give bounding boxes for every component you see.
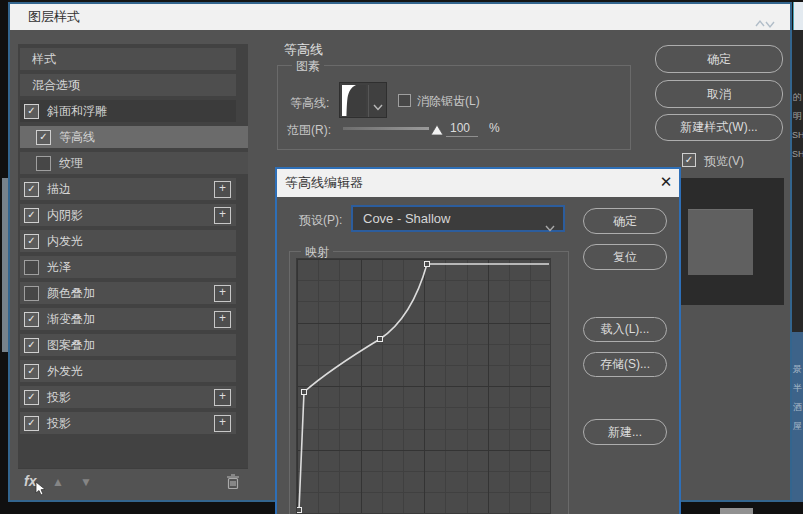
- effect-checkbox[interactable]: ✓: [24, 182, 39, 197]
- ok-button[interactable]: 确定: [655, 45, 783, 73]
- sidebar-item-label: 外发光: [47, 363, 83, 380]
- layer-style-title: 图层样式: [28, 9, 80, 24]
- range-value-underline: [446, 136, 478, 137]
- sidebar-item-label: 混合选项: [32, 77, 80, 94]
- contour-graph[interactable]: [296, 258, 551, 514]
- sidebar-item-label: 颜色叠加: [47, 285, 95, 302]
- contour-curve-path: [299, 264, 549, 510]
- editor-load-button[interactable]: 载入(L)...: [583, 317, 667, 342]
- sidebar-item[interactable]: ✓ 等高线: [20, 126, 248, 148]
- effect-checkbox[interactable]: ✓: [24, 364, 39, 379]
- desktop-right-strip-top: [793, 2, 803, 30]
- right-strip-text: 的明SHSH: [792, 88, 803, 164]
- sidebar-item[interactable]: ✓ 内阴影 +: [20, 204, 236, 226]
- effect-checkbox[interactable]: [24, 260, 39, 275]
- cancel-button[interactable]: 取消: [655, 80, 783, 108]
- combo-divider: [368, 85, 369, 117]
- sidebar-item[interactable]: 颜色叠加 +: [20, 282, 236, 304]
- sidebar-item[interactable]: 光泽: [20, 256, 236, 278]
- effect-checkbox[interactable]: ✓: [24, 312, 39, 327]
- sidebar-divider: [18, 468, 248, 469]
- contour-curve: [297, 259, 552, 514]
- sidebar-item[interactable]: ✓ 描边 +: [20, 178, 236, 200]
- effect-checkbox[interactable]: ✓: [24, 234, 39, 249]
- range-label: 范围(R):: [287, 122, 331, 139]
- effect-checkbox[interactable]: [24, 286, 39, 301]
- style-preview-thumb: [688, 209, 753, 275]
- contour-thumbnail-icon: [342, 85, 366, 120]
- sidebar-item[interactable]: 纹理: [20, 152, 248, 174]
- contour-editor-title: 等高线编辑器: [285, 175, 363, 190]
- contour-field-label: 等高线:: [290, 95, 329, 112]
- sidebar-item-label: 纹理: [59, 155, 83, 172]
- contour-picker[interactable]: [339, 82, 387, 118]
- sidebar-item-label: 内发光: [47, 233, 83, 250]
- preview-checkbox[interactable]: ✓: [682, 153, 696, 167]
- effect-checkbox[interactable]: ✓: [24, 104, 39, 119]
- close-icon[interactable]: ✕: [653, 169, 679, 195]
- delete-effect-icon[interactable]: [226, 474, 240, 494]
- fx-toolbar: fx ▲ ▼: [18, 470, 248, 496]
- resize-marks-icon: [754, 12, 776, 38]
- layer-style-titlebar[interactable]: 图层样式: [10, 4, 790, 30]
- right-strip-blue-text: 景半酒屋: [792, 360, 803, 436]
- contour-editor-titlebar[interactable]: 等高线编辑器 ✕: [277, 169, 679, 197]
- editor-save-button[interactable]: 存储(S)...: [583, 352, 667, 377]
- screen: 图层样式 样式 混合选项 ✓ 斜面和浮雕 ✓ 等高线: [0, 0, 803, 514]
- range-slider-track[interactable]: [343, 127, 429, 130]
- add-effect-button[interactable]: +: [214, 207, 231, 224]
- add-effect-button[interactable]: +: [214, 311, 231, 328]
- sidebar-item-label: 投影: [47, 389, 71, 406]
- effect-checkbox[interactable]: ✓: [24, 416, 39, 431]
- chevron-down-icon[interactable]: [373, 97, 383, 115]
- add-effect-button[interactable]: +: [214, 415, 231, 432]
- sidebar-item-label: 光泽: [47, 259, 71, 276]
- editor-reset-button[interactable]: 复位: [583, 244, 667, 270]
- bottom-right-chip: [720, 508, 753, 514]
- effect-checkbox[interactable]: ✓: [24, 208, 39, 223]
- sidebar-item-label: 斜面和浮雕: [47, 103, 107, 120]
- range-value[interactable]: 100: [450, 121, 470, 135]
- editor-ok-button[interactable]: 确定: [583, 208, 667, 234]
- preset-value: Cove - Shallow: [363, 211, 450, 226]
- sidebar-item[interactable]: ✓ 斜面和浮雕: [20, 100, 236, 122]
- preset-dropdown[interactable]: Cove - Shallow: [351, 205, 565, 232]
- effect-checkbox[interactable]: ✓: [24, 390, 39, 405]
- sidebar-item-label: 等高线: [59, 129, 95, 146]
- preset-label: 预设(P):: [299, 212, 342, 229]
- sidebar-item[interactable]: ✓ 渐变叠加 +: [20, 308, 236, 330]
- sidebar-item[interactable]: 混合选项: [20, 74, 236, 96]
- add-effect-button[interactable]: +: [214, 389, 231, 406]
- add-effect-button[interactable]: +: [214, 181, 231, 198]
- sidebar-item-label: 图案叠加: [47, 337, 95, 354]
- elements-group-label: 图素: [292, 58, 324, 75]
- sidebar-item[interactable]: ✓ 内发光: [20, 230, 236, 252]
- sidebar-item-label: 渐变叠加: [47, 311, 95, 328]
- sidebar-item[interactable]: 样式: [20, 48, 236, 70]
- antialias-label: 消除锯齿(L): [417, 93, 480, 110]
- sidebar-item[interactable]: ✓ 投影 +: [20, 412, 236, 434]
- chevron-down-icon: [545, 216, 555, 239]
- sidebar-item-label: 投影: [47, 415, 71, 432]
- mouse-cursor-icon: [35, 481, 46, 500]
- sidebar-item[interactable]: ✓ 外发光: [20, 360, 236, 382]
- new-style-button[interactable]: 新建样式(W)...: [655, 114, 783, 141]
- sidebar-item-label: 样式: [32, 51, 56, 68]
- add-effect-button[interactable]: +: [214, 285, 231, 302]
- effect-checkbox[interactable]: ✓: [24, 338, 39, 353]
- effect-checkbox[interactable]: [36, 156, 51, 171]
- range-unit: %: [489, 121, 500, 135]
- preview-label: 预览(V): [704, 153, 744, 170]
- editor-new-button[interactable]: 新建...: [583, 419, 667, 445]
- effect-checkbox[interactable]: ✓: [36, 130, 51, 145]
- sidebar-item-label: 描边: [47, 181, 71, 198]
- sidebar-item[interactable]: ✓ 图案叠加: [20, 334, 236, 356]
- move-down-icon[interactable]: ▼: [80, 475, 92, 489]
- sidebar-list: 样式 混合选项 ✓ 斜面和浮雕 ✓ 等高线 纹理 ✓ 描边: [18, 44, 248, 468]
- sidebar-item-label: 内阴影: [47, 207, 83, 224]
- antialias-checkbox[interactable]: [398, 94, 411, 107]
- move-up-icon[interactable]: ▲: [52, 475, 64, 489]
- range-slider-thumb[interactable]: [430, 122, 444, 140]
- sidebar-item[interactable]: ✓ 投影 +: [20, 386, 236, 408]
- section-title: 等高线: [284, 41, 323, 59]
